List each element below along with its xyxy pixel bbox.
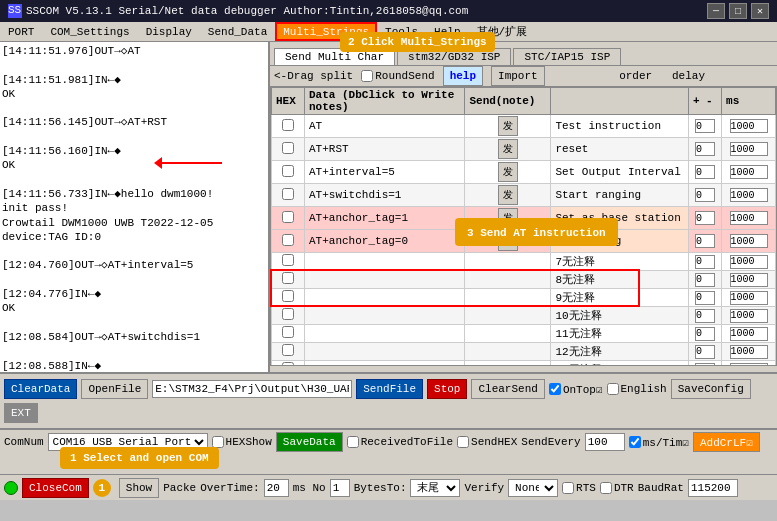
data-cell[interactable]: AT+anchor_tag=1 <box>305 207 465 230</box>
hex-show-label[interactable]: HEXShow <box>212 436 272 448</box>
hex-checkbox[interactable] <box>282 142 294 154</box>
show-button[interactable]: Show <box>119 478 159 498</box>
order-cell[interactable] <box>688 361 721 367</box>
received-to-file-checkbox[interactable] <box>347 436 359 448</box>
delay-cell[interactable] <box>722 138 776 161</box>
data-cell[interactable]: AT+switchdis=1 <box>305 184 465 207</box>
hex-checkbox[interactable] <box>282 188 294 200</box>
round-send-checkbox[interactable] <box>361 70 373 82</box>
hex-checkbox[interactable] <box>282 234 294 246</box>
data-cell[interactable] <box>305 289 465 307</box>
delay-cell[interactable] <box>722 207 776 230</box>
menu-com-settings[interactable]: COM_Settings <box>42 22 137 41</box>
open-file-button[interactable]: OpenFile <box>81 379 148 399</box>
send-row-button[interactable]: 发 <box>498 139 518 159</box>
delay-input[interactable] <box>730 327 768 341</box>
add-cr-lf-button[interactable]: AddCrLF☑ <box>693 432 760 452</box>
no-input[interactable] <box>330 479 350 497</box>
order-cell[interactable] <box>688 115 721 138</box>
order-cell[interactable] <box>688 161 721 184</box>
data-cell[interactable]: AT+anchor_tag=0 <box>305 230 465 253</box>
order-input[interactable] <box>695 291 715 305</box>
english-checkbox[interactable] <box>607 383 619 395</box>
baud-input[interactable] <box>688 479 738 497</box>
on-top-checkbox[interactable] <box>549 383 561 395</box>
hex-checkbox[interactable] <box>282 272 294 284</box>
order-cell[interactable] <box>688 343 721 361</box>
clear-send-button[interactable]: ClearSend <box>471 379 544 399</box>
menu-tools[interactable]: Tools <box>377 22 426 41</box>
round-send-label[interactable]: RoundSend <box>361 70 434 82</box>
import-button[interactable]: Import <box>491 66 545 86</box>
rts-checkbox[interactable] <box>562 482 574 494</box>
delay-cell[interactable] <box>722 325 776 343</box>
table-row[interactable]: 10无注释 <box>272 307 776 325</box>
hex-checkbox[interactable] <box>282 165 294 177</box>
order-input[interactable] <box>695 345 715 359</box>
delay-input[interactable] <box>730 363 768 367</box>
order-input[interactable] <box>695 142 715 156</box>
delay-cell[interactable] <box>722 271 776 289</box>
data-cell[interactable]: AT+interval=5 <box>305 161 465 184</box>
order-cell[interactable] <box>688 138 721 161</box>
order-cell[interactable] <box>688 253 721 271</box>
order-input[interactable] <box>695 255 715 269</box>
delay-cell[interactable] <box>722 230 776 253</box>
bytes-to-select[interactable]: 末尾 <box>410 479 460 497</box>
menu-multi-strings[interactable]: Multi_Strings <box>275 22 377 41</box>
received-to-file-label[interactable]: ReceivedToFile <box>347 436 453 448</box>
table-row[interactable]: AT发Test instruction <box>272 115 776 138</box>
data-cell[interactable]: AT+RST <box>305 138 465 161</box>
tab-send-multi-char[interactable]: Send Multi Char <box>274 48 395 65</box>
delay-cell[interactable] <box>722 289 776 307</box>
ms-tim-label[interactable]: ms/Tim☑ <box>629 436 689 449</box>
dtr-checkbox[interactable] <box>600 482 612 494</box>
delay-input[interactable] <box>730 234 768 248</box>
table-row[interactable]: 12无注释 <box>272 343 776 361</box>
hex-checkbox[interactable] <box>282 344 294 356</box>
hex-checkbox[interactable] <box>282 362 294 366</box>
delay-input[interactable] <box>730 309 768 323</box>
order-input[interactable] <box>695 327 715 341</box>
delay-input[interactable] <box>730 165 768 179</box>
send-file-button[interactable]: SendFile <box>356 379 423 399</box>
clear-data-button[interactable]: ClearData <box>4 379 77 399</box>
order-input[interactable] <box>695 211 715 225</box>
delay-cell[interactable] <box>722 115 776 138</box>
english-label[interactable]: English <box>607 383 667 395</box>
order-input[interactable] <box>695 309 715 323</box>
delay-input[interactable] <box>730 211 768 225</box>
delay-cell[interactable] <box>722 343 776 361</box>
hex-checkbox[interactable] <box>282 211 294 223</box>
send-row-button[interactable]: 发 <box>498 208 518 228</box>
order-cell[interactable] <box>688 271 721 289</box>
table-row[interactable]: 7无注释 <box>272 253 776 271</box>
delay-cell[interactable] <box>722 161 776 184</box>
ms-tim-checkbox[interactable] <box>629 436 641 448</box>
help-button[interactable]: help <box>443 66 483 86</box>
table-row[interactable]: 8无注释 <box>272 271 776 289</box>
order-cell[interactable] <box>688 184 721 207</box>
order-cell[interactable] <box>688 307 721 325</box>
menu-display[interactable]: Display <box>138 22 200 41</box>
tab-stc-isp[interactable]: STC/IAP15 ISP <box>513 48 621 65</box>
hex-checkbox[interactable] <box>282 119 294 131</box>
delay-cell[interactable] <box>722 184 776 207</box>
menu-send-data[interactable]: Send_Data <box>200 22 275 41</box>
order-input[interactable] <box>695 165 715 179</box>
delay-input[interactable] <box>730 273 768 287</box>
order-cell[interactable] <box>688 230 721 253</box>
dtr-label[interactable]: DTR <box>600 482 634 494</box>
delay-input[interactable] <box>730 291 768 305</box>
data-cell[interactable] <box>305 253 465 271</box>
close-button[interactable]: ✕ <box>751 3 769 19</box>
com-port-select[interactable]: COM16 USB Serial Port <box>48 433 208 451</box>
menu-help[interactable]: Help <box>426 22 468 41</box>
table-row[interactable]: 9无注释 <box>272 289 776 307</box>
delay-cell[interactable] <box>722 307 776 325</box>
delay-cell[interactable] <box>722 361 776 367</box>
delay-input[interactable] <box>730 119 768 133</box>
delay-input[interactable] <box>730 142 768 156</box>
delay-input[interactable] <box>730 345 768 359</box>
delay-input[interactable] <box>730 188 768 202</box>
